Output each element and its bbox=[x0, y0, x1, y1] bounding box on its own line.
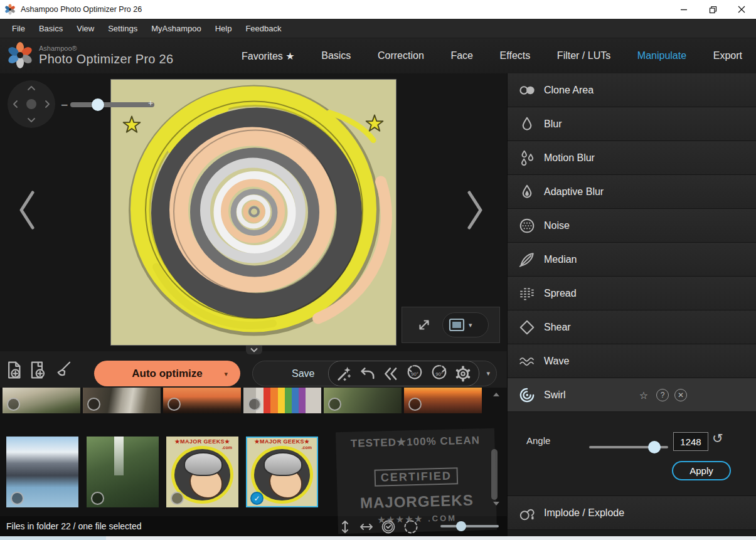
thumbnail-checkbox[interactable] bbox=[171, 492, 184, 505]
magic-wand-icon[interactable] bbox=[335, 364, 354, 383]
save-button[interactable]: Save bbox=[292, 368, 314, 379]
tab-filter-luts[interactable]: Filter / LUTs bbox=[557, 50, 610, 61]
thumbnail-mountain-lake[interactable] bbox=[6, 437, 78, 507]
view-dropdown-caret-icon[interactable]: ▾ bbox=[469, 321, 472, 329]
thumbnail-majorgeeks-logo-selected[interactable]: ★MAJOR GEEKS★ .com ✓ bbox=[246, 437, 318, 507]
menu-item-basics[interactable]: Basics bbox=[32, 24, 70, 33]
close-button[interactable] bbox=[727, 0, 756, 19]
help-icon[interactable]: ? bbox=[656, 389, 669, 401]
rotate-right-icon[interactable]: 90° bbox=[429, 364, 449, 384]
thumbnail-ocean-sunset[interactable] bbox=[404, 388, 482, 413]
menu-item-view[interactable]: View bbox=[70, 24, 101, 33]
pan-left-icon[interactable] bbox=[13, 100, 18, 109]
restore-button[interactable] bbox=[698, 0, 727, 19]
sidebar-item-shear[interactable]: Shear bbox=[508, 310, 756, 344]
swirl-parameters-panel: Angle ↺ Apply bbox=[508, 412, 756, 496]
thumbnail-pavilion[interactable] bbox=[83, 388, 161, 413]
rotate-left-icon[interactable]: 90° bbox=[405, 364, 425, 384]
menu-item-myashampoo[interactable]: MyAshampoo bbox=[144, 24, 208, 33]
sidebar-item-swirl[interactable]: Swirl ☆ ? ✕ bbox=[508, 378, 756, 412]
thumbnail-checkbox[interactable] bbox=[248, 398, 261, 411]
select-all-icon[interactable] bbox=[380, 519, 397, 535]
thumbnail-waterfall-chalet[interactable] bbox=[87, 437, 159, 507]
clean-list-icon[interactable] bbox=[53, 360, 73, 380]
fit-width-icon[interactable] bbox=[359, 519, 374, 534]
brand-logo: Ashampoo® Photo Optimizer Pro 26 bbox=[6, 41, 173, 69]
zoom-in-icon[interactable]: + bbox=[148, 98, 153, 108]
fullscreen-icon[interactable] bbox=[416, 317, 432, 333]
tab-basics[interactable]: Basics bbox=[321, 50, 351, 61]
thumbnail-mossy-cliff[interactable] bbox=[324, 388, 402, 413]
compare-view-toggle[interactable]: ▾ bbox=[442, 312, 489, 337]
photo-canvas[interactable] bbox=[111, 80, 396, 345]
undo-icon[interactable] bbox=[358, 364, 377, 383]
undo-all-icon[interactable] bbox=[381, 364, 400, 383]
tab-effects[interactable]: Effects bbox=[500, 50, 531, 61]
thumbnail-size-slider-thumb[interactable] bbox=[456, 521, 466, 531]
thumbnail-size-slider-track[interactable] bbox=[440, 525, 499, 527]
menu-item-help[interactable]: Help bbox=[208, 24, 239, 33]
thumbnail-palm-sunset[interactable] bbox=[163, 388, 241, 413]
sidebar-item-noise[interactable]: Noise bbox=[508, 209, 756, 243]
reset-angle-icon[interactable]: ↺ bbox=[712, 431, 723, 446]
thumbnail-checkbox[interactable] bbox=[408, 398, 422, 411]
tab-export[interactable]: Export bbox=[713, 50, 742, 61]
add-image-icon[interactable] bbox=[5, 360, 25, 380]
pan-right-icon[interactable] bbox=[45, 100, 50, 109]
pan-up-icon[interactable] bbox=[27, 85, 36, 91]
menu-item-file[interactable]: File bbox=[5, 24, 32, 33]
thumbnail-checkbox[interactable] bbox=[168, 398, 181, 411]
previous-image-button[interactable] bbox=[18, 189, 36, 231]
sidebar-item-median[interactable]: Median bbox=[508, 243, 756, 277]
pan-down-icon[interactable] bbox=[27, 117, 36, 123]
save-options-caret-icon[interactable]: ▾ bbox=[486, 369, 490, 378]
tab-manipulate[interactable]: Manipulate bbox=[637, 50, 686, 61]
fit-height-icon[interactable] bbox=[338, 519, 353, 534]
apply-button[interactable]: Apply bbox=[672, 461, 731, 480]
thumbnail-checkbox[interactable] bbox=[328, 398, 341, 411]
tab-correction[interactable]: Correction bbox=[378, 50, 424, 61]
zoom-slider-track[interactable] bbox=[70, 102, 154, 107]
tab-favorites[interactable]: Favorites ★ bbox=[242, 50, 295, 62]
save-group: Save 90° 90° ▾ bbox=[252, 361, 497, 386]
sidebar-item-adaptive-blur[interactable]: Adaptive Blur bbox=[508, 175, 756, 209]
menu-item-settings[interactable]: Settings bbox=[101, 24, 144, 33]
close-tool-icon[interactable]: ✕ bbox=[674, 389, 687, 401]
thumbnail-checkbox[interactable] bbox=[7, 398, 20, 411]
favorite-star-icon[interactable]: ☆ bbox=[637, 388, 651, 402]
scrollbar-thumb[interactable] bbox=[491, 449, 498, 500]
next-image-button[interactable] bbox=[466, 189, 484, 231]
title-bar[interactable]: Ashampoo Photo Optimizer Pro 26 bbox=[0, 0, 756, 19]
settings-gear-icon[interactable] bbox=[454, 364, 472, 383]
scrollbar-down-icon[interactable] bbox=[493, 502, 499, 506]
pan-control[interactable] bbox=[8, 80, 55, 128]
collapse-toolbar-button[interactable] bbox=[246, 346, 262, 354]
angle-slider-thumb[interactable] bbox=[648, 441, 661, 453]
menu-item-feedback[interactable]: Feedback bbox=[238, 24, 288, 33]
thumbnail-checkbox[interactable] bbox=[91, 492, 104, 505]
angle-value-input[interactable] bbox=[673, 432, 708, 451]
sidebar-item-clone-area[interactable]: Clone Area bbox=[508, 73, 756, 107]
zoom-out-icon[interactable]: – bbox=[61, 98, 67, 111]
sidebar-item-spread[interactable]: Spread bbox=[508, 277, 756, 310]
sidebar-item-implode-explode[interactable]: Implode / Explode bbox=[508, 496, 756, 530]
sidebar-item-motion-blur[interactable]: Motion Blur bbox=[508, 141, 756, 175]
thumbnail-rainbow-building[interactable] bbox=[243, 388, 321, 413]
zoom-slider-thumb[interactable] bbox=[92, 98, 104, 111]
thumbnail-village-street[interactable] bbox=[3, 388, 80, 413]
sidebar-item-blur[interactable]: Blur bbox=[508, 107, 756, 141]
thumbnail-checkbox[interactable] bbox=[87, 398, 100, 411]
thumbnail-majorgeeks-logo[interactable]: ★MAJOR GEEKS★ .com bbox=[166, 437, 238, 507]
selection-mode-icon[interactable] bbox=[403, 519, 419, 535]
thumbnail-checkbox-checked[interactable]: ✓ bbox=[250, 492, 264, 505]
auto-optimize-label: Auto optimize bbox=[132, 368, 202, 380]
scrollbar-up-icon[interactable] bbox=[493, 393, 499, 396]
sidebar-item-wave[interactable]: Wave bbox=[508, 344, 756, 378]
thumbnail-checkbox[interactable] bbox=[11, 492, 24, 505]
tab-face[interactable]: Face bbox=[450, 50, 473, 61]
minimize-button[interactable] bbox=[669, 0, 698, 19]
pan-center-dot[interactable] bbox=[26, 99, 36, 109]
auto-optimize-caret-icon[interactable]: ▾ bbox=[224, 370, 228, 378]
auto-optimize-button[interactable]: Auto optimize ▾ bbox=[94, 361, 240, 386]
add-image-from-folder-icon[interactable] bbox=[29, 360, 49, 380]
